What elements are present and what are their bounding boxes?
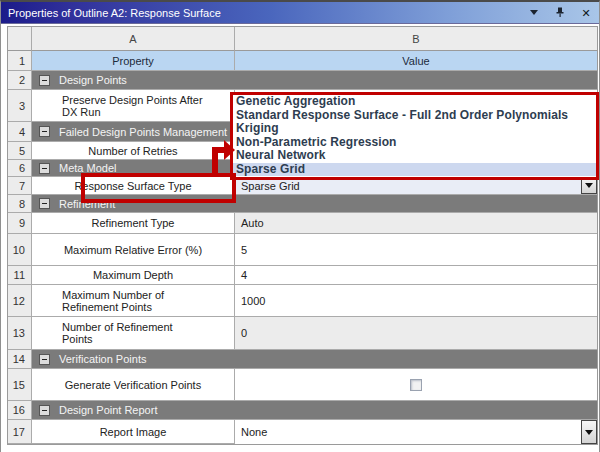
section-row-refinement[interactable]: 8 Refinement (8, 195, 597, 213)
property-label: Maximum Depth (32, 266, 235, 285)
section-label: Design Point Report (59, 404, 157, 416)
row-number: 2 (8, 71, 32, 90)
column-header-a: A (32, 27, 235, 51)
row-number: 7 (8, 177, 32, 195)
row-number: 6 (8, 160, 32, 177)
dropdown-item-selected[interactable]: Sparse Grid (233, 163, 596, 177)
close-icon[interactable]: ✕ (579, 6, 593, 20)
collapse-icon[interactable] (39, 163, 50, 174)
property-label: Maximum Number of Refinement Points (32, 285, 235, 317)
table-row: 11 Maximum Depth 4 (8, 266, 597, 285)
column-header-row: A B (8, 27, 597, 51)
value-cell (235, 369, 597, 401)
collapse-icon[interactable] (39, 126, 50, 137)
section-label: Verification Points (59, 353, 146, 365)
dropdown-item[interactable]: Genetic Aggregation (233, 95, 596, 109)
property-label: Report Image (32, 420, 235, 444)
property-label: Number of Refinement Points (32, 317, 235, 350)
value-cell-readonly: Auto (235, 213, 597, 234)
collapse-icon[interactable] (39, 405, 50, 416)
combobox-value: None (241, 426, 267, 438)
property-label: Maximum Relative Error (%) (32, 234, 235, 266)
section-row-design-points[interactable]: 2 Design Points (8, 71, 597, 90)
properties-table: A B 1 Property Value 2 Design Points 3 P… (7, 26, 598, 445)
property-label: Preserve Design Points After DX Run (32, 90, 235, 122)
section-row-design-point-report[interactable]: 16 Design Point Report (8, 401, 597, 420)
section-label: Failed Design Points Management (59, 126, 227, 138)
property-label: Refinement Type (32, 213, 235, 234)
property-label-response-surface-type: Response Surface Type (32, 177, 235, 195)
row-number: 5 (8, 142, 32, 160)
column-header-b: B (235, 27, 597, 51)
section-header-verification-points[interactable]: Verification Points (32, 350, 597, 369)
row-number: 3 (8, 90, 32, 122)
table-row: 9 Refinement Type Auto (8, 213, 597, 234)
combobox-value: Sparse Grid (241, 180, 300, 192)
chevron-down-icon[interactable] (527, 6, 541, 20)
dropdown-item[interactable]: Standard Response Surface - Full 2nd Ord… (233, 109, 596, 123)
row-number: 9 (8, 213, 32, 234)
value-column-title: Value (235, 51, 597, 71)
report-image-combobox[interactable]: None (235, 420, 597, 444)
value-cell[interactable]: 4 (235, 266, 597, 285)
row-number: 15 (8, 369, 32, 401)
dropdown-item[interactable]: Kriging (233, 122, 596, 136)
pin-icon[interactable] (553, 6, 567, 20)
value-cell-readonly: 0 (235, 317, 597, 350)
collapse-icon[interactable] (39, 198, 50, 209)
row-number: 8 (8, 195, 32, 213)
section-header-design-points[interactable]: Design Points (32, 71, 597, 90)
section-label: Refinement (59, 198, 115, 210)
value-cell[interactable]: 5 (235, 234, 597, 266)
property-column-title: Property (32, 51, 235, 71)
table-row: 12 Maximum Number of Refinement Points 1… (8, 285, 597, 317)
table-row: 10 Maximum Relative Error (%) 5 (8, 234, 597, 266)
properties-panel: Properties of Outline A2: Response Surfa… (0, 0, 600, 452)
collapse-icon[interactable] (39, 75, 50, 86)
panel-title: Properties of Outline A2: Response Surfa… (1, 7, 221, 19)
value-cell[interactable]: 1000 (235, 285, 597, 317)
row-number: 17 (8, 420, 32, 444)
table-row: 15 Generate Verification Points (8, 369, 597, 401)
response-surface-type-dropdown-list: Genetic Aggregation Standard Response Su… (230, 92, 599, 180)
titlebar: Properties of Outline A2: Response Surfa… (1, 2, 599, 24)
collapse-icon[interactable] (39, 354, 50, 365)
section-header-design-point-report[interactable]: Design Point Report (32, 401, 597, 420)
dropdown-item[interactable]: Non-Parametric Regression (233, 136, 596, 150)
row-number: 1 (8, 51, 32, 71)
section-row-verification-points[interactable]: 14 Verification Points (8, 350, 597, 369)
table-row: 1 Property Value (8, 51, 597, 71)
dropdown-item[interactable]: Neural Network (233, 149, 596, 163)
row-number: 10 (8, 234, 32, 266)
row-number: 4 (8, 122, 32, 142)
property-label: Generate Verification Points (32, 369, 235, 401)
property-label: Number of Retries (32, 142, 235, 160)
row-number: 14 (8, 350, 32, 369)
generate-verification-points-checkbox[interactable] (410, 379, 422, 391)
section-label: Design Points (59, 74, 127, 86)
row-number: 13 (8, 317, 32, 350)
row-number: 16 (8, 401, 32, 420)
table-row: 17 Report Image None (8, 420, 597, 444)
corner-cell (8, 27, 32, 51)
row-number: 11 (8, 266, 32, 285)
table-row: 13 Number of Refinement Points 0 (8, 317, 597, 350)
section-label: Meta Model (59, 162, 116, 174)
dropdown-arrow-icon[interactable] (581, 420, 597, 444)
row-number: 12 (8, 285, 32, 317)
section-header-refinement[interactable]: Refinement (32, 195, 597, 213)
